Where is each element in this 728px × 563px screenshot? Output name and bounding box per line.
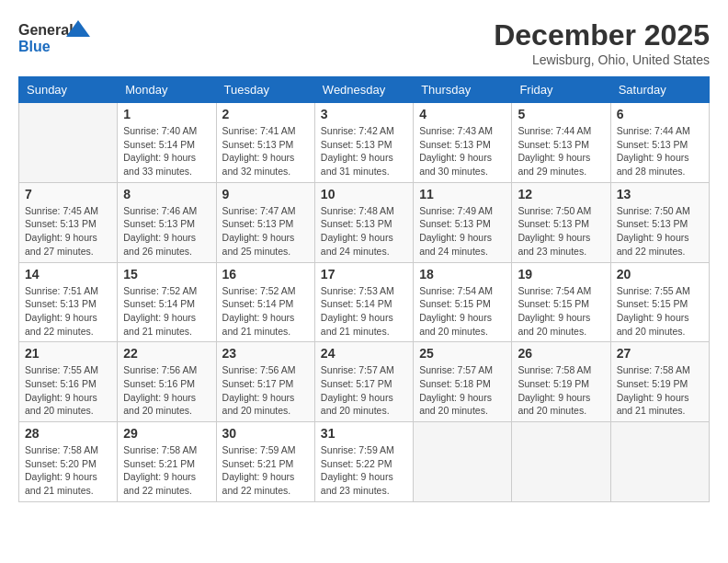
day-number: 26 [518, 346, 604, 361]
day-number: 16 [222, 267, 309, 282]
day-number: 25 [419, 346, 506, 361]
calendar-cell: 5Sunrise: 7:44 AMSunset: 5:13 PMDaylight… [512, 103, 610, 183]
logo: GeneralBlue [18, 18, 92, 55]
day-number: 9 [222, 187, 309, 201]
calendar-cell: 13Sunrise: 7:50 AMSunset: 5:13 PMDayligh… [610, 182, 709, 262]
calendar-cell: 9Sunrise: 7:47 AMSunset: 5:13 PMDaylight… [216, 182, 314, 262]
calendar-cell: 17Sunrise: 7:53 AMSunset: 5:14 PMDayligh… [314, 262, 413, 342]
day-info: Sunrise: 7:40 AMSunset: 5:14 PMDaylight:… [123, 124, 210, 178]
day-number: 4 [419, 107, 506, 121]
calendar-cell [610, 422, 709, 502]
calendar-cell: 11Sunrise: 7:49 AMSunset: 5:13 PMDayligh… [414, 182, 512, 262]
week-row-3: 14Sunrise: 7:51 AMSunset: 5:13 PMDayligh… [19, 262, 710, 342]
calendar-cell: 24Sunrise: 7:57 AMSunset: 5:17 PMDayligh… [314, 342, 413, 422]
day-info: Sunrise: 7:55 AMSunset: 5:15 PMDaylight:… [617, 284, 703, 339]
day-number: 30 [222, 426, 309, 441]
day-info: Sunrise: 7:46 AMSunset: 5:13 PMDaylight:… [123, 204, 210, 259]
calendar-cell: 28Sunrise: 7:58 AMSunset: 5:20 PMDayligh… [19, 422, 118, 502]
day-info: Sunrise: 7:52 AMSunset: 5:14 PMDaylight:… [123, 284, 210, 339]
day-info: Sunrise: 7:54 AMSunset: 5:15 PMDaylight:… [518, 284, 604, 339]
weekday-header-friday: Friday [512, 77, 610, 103]
calendar-cell: 27Sunrise: 7:58 AMSunset: 5:19 PMDayligh… [610, 342, 709, 422]
calendar-cell: 23Sunrise: 7:56 AMSunset: 5:17 PMDayligh… [216, 342, 314, 422]
day-info: Sunrise: 7:50 AMSunset: 5:13 PMDaylight:… [518, 204, 604, 259]
day-info: Sunrise: 7:51 AMSunset: 5:13 PMDaylight:… [25, 284, 111, 339]
weekday-header-thursday: Thursday [414, 77, 512, 103]
day-number: 5 [518, 107, 604, 121]
day-info: Sunrise: 7:59 AMSunset: 5:21 PMDaylight:… [222, 443, 309, 498]
calendar-cell: 22Sunrise: 7:56 AMSunset: 5:16 PMDayligh… [118, 342, 216, 422]
weekday-header-monday: Monday [118, 77, 216, 103]
day-info: Sunrise: 7:45 AMSunset: 5:13 PMDaylight:… [25, 204, 111, 259]
day-info: Sunrise: 7:57 AMSunset: 5:17 PMDaylight:… [321, 363, 407, 418]
calendar-cell: 1Sunrise: 7:40 AMSunset: 5:14 PMDaylight… [118, 103, 216, 183]
day-number: 1 [123, 107, 210, 121]
calendar-cell: 21Sunrise: 7:55 AMSunset: 5:16 PMDayligh… [19, 342, 118, 422]
week-row-5: 28Sunrise: 7:58 AMSunset: 5:20 PMDayligh… [19, 422, 710, 502]
calendar-cell: 26Sunrise: 7:58 AMSunset: 5:19 PMDayligh… [512, 342, 610, 422]
logo-icon: GeneralBlue [18, 18, 92, 55]
calendar-cell: 31Sunrise: 7:59 AMSunset: 5:22 PMDayligh… [314, 422, 413, 502]
calendar-cell: 12Sunrise: 7:50 AMSunset: 5:13 PMDayligh… [512, 182, 610, 262]
weekday-header-saturday: Saturday [610, 77, 709, 103]
week-row-2: 7Sunrise: 7:45 AMSunset: 5:13 PMDaylight… [19, 182, 710, 262]
day-info: Sunrise: 7:59 AMSunset: 5:22 PMDaylight:… [321, 443, 407, 498]
day-number: 12 [518, 187, 604, 201]
day-info: Sunrise: 7:54 AMSunset: 5:15 PMDaylight:… [419, 284, 506, 339]
day-number: 17 [321, 267, 407, 282]
day-number: 21 [25, 346, 111, 361]
calendar-cell: 30Sunrise: 7:59 AMSunset: 5:21 PMDayligh… [216, 422, 314, 502]
calendar-cell: 19Sunrise: 7:54 AMSunset: 5:15 PMDayligh… [512, 262, 610, 342]
day-info: Sunrise: 7:42 AMSunset: 5:13 PMDaylight:… [321, 124, 407, 178]
title-block: December 2025 Lewisburg, Ohio, United St… [494, 18, 710, 67]
day-info: Sunrise: 7:48 AMSunset: 5:13 PMDaylight:… [321, 204, 407, 259]
calendar-cell: 18Sunrise: 7:54 AMSunset: 5:15 PMDayligh… [414, 262, 512, 342]
day-info: Sunrise: 7:58 AMSunset: 5:20 PMDaylight:… [25, 443, 111, 498]
day-info: Sunrise: 7:44 AMSunset: 5:13 PMDaylight:… [518, 124, 604, 178]
day-number: 3 [321, 107, 407, 121]
calendar-cell: 15Sunrise: 7:52 AMSunset: 5:14 PMDayligh… [118, 262, 216, 342]
calendar-cell: 14Sunrise: 7:51 AMSunset: 5:13 PMDayligh… [19, 262, 118, 342]
day-info: Sunrise: 7:49 AMSunset: 5:13 PMDaylight:… [419, 204, 506, 259]
month-title: December 2025 [494, 18, 710, 52]
svg-text:General: General [18, 22, 74, 38]
day-number: 24 [321, 346, 407, 361]
day-info: Sunrise: 7:43 AMSunset: 5:13 PMDaylight:… [419, 124, 506, 178]
calendar-cell: 10Sunrise: 7:48 AMSunset: 5:13 PMDayligh… [314, 182, 413, 262]
day-number: 14 [25, 267, 111, 282]
day-info: Sunrise: 7:41 AMSunset: 5:13 PMDaylight:… [222, 124, 309, 178]
weekday-header-sunday: Sunday [19, 77, 118, 103]
day-info: Sunrise: 7:55 AMSunset: 5:16 PMDaylight:… [25, 363, 111, 418]
day-number: 6 [617, 107, 703, 121]
day-info: Sunrise: 7:52 AMSunset: 5:14 PMDaylight:… [222, 284, 309, 339]
day-info: Sunrise: 7:53 AMSunset: 5:14 PMDaylight:… [321, 284, 407, 339]
day-number: 22 [123, 346, 210, 361]
day-info: Sunrise: 7:44 AMSunset: 5:13 PMDaylight:… [617, 124, 703, 178]
day-number: 23 [222, 346, 309, 361]
day-number: 28 [25, 426, 111, 441]
page-header: GeneralBlue December 2025 Lewisburg, Ohi… [18, 18, 710, 67]
weekday-header-tuesday: Tuesday [216, 77, 314, 103]
calendar-cell [414, 422, 512, 502]
weekday-header-wednesday: Wednesday [314, 77, 413, 103]
day-number: 27 [617, 346, 703, 361]
calendar-table: SundayMondayTuesdayWednesdayThursdayFrid… [18, 76, 710, 502]
calendar-cell: 16Sunrise: 7:52 AMSunset: 5:14 PMDayligh… [216, 262, 314, 342]
day-number: 29 [123, 426, 210, 441]
day-info: Sunrise: 7:50 AMSunset: 5:13 PMDaylight:… [617, 204, 703, 259]
day-info: Sunrise: 7:58 AMSunset: 5:19 PMDaylight:… [617, 363, 703, 418]
day-number: 13 [617, 187, 703, 201]
location: Lewisburg, Ohio, United States [494, 52, 710, 67]
calendar-cell: 3Sunrise: 7:42 AMSunset: 5:13 PMDaylight… [314, 103, 413, 183]
svg-text:Blue: Blue [18, 39, 51, 54]
calendar-cell: 20Sunrise: 7:55 AMSunset: 5:15 PMDayligh… [610, 262, 709, 342]
calendar-cell: 2Sunrise: 7:41 AMSunset: 5:13 PMDaylight… [216, 103, 314, 183]
day-number: 11 [419, 187, 506, 201]
day-number: 31 [321, 426, 407, 441]
day-number: 7 [25, 187, 111, 201]
week-row-1: 1Sunrise: 7:40 AMSunset: 5:14 PMDaylight… [19, 103, 710, 183]
day-info: Sunrise: 7:56 AMSunset: 5:16 PMDaylight:… [123, 363, 210, 418]
calendar-cell: 25Sunrise: 7:57 AMSunset: 5:18 PMDayligh… [414, 342, 512, 422]
calendar-cell [19, 103, 118, 183]
day-number: 8 [123, 187, 210, 201]
